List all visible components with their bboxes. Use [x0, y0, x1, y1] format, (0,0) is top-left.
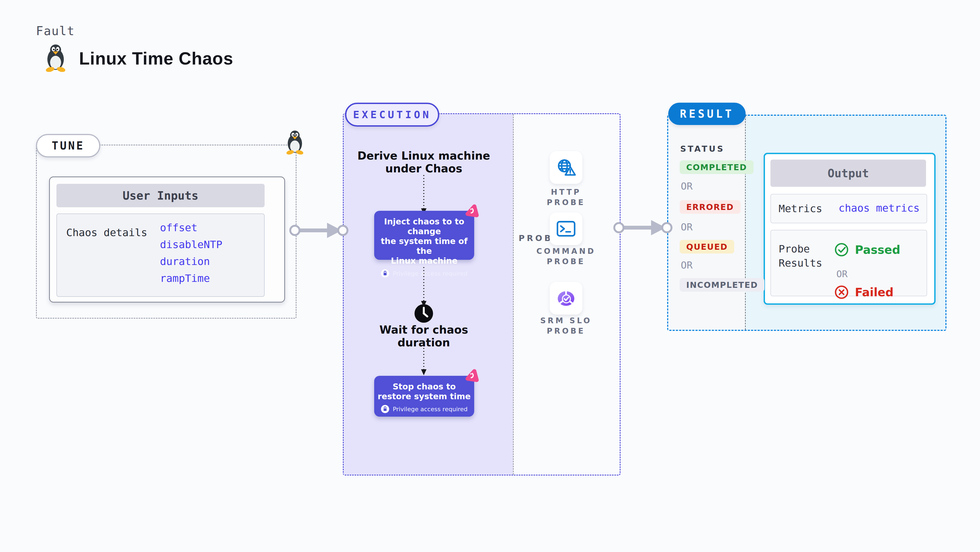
- tux-penguin-icon-small: [284, 130, 306, 155]
- privilege-note: Privilege access required: [393, 270, 468, 277]
- stop-chaos-label: Stop chaos to restore system time: [374, 382, 474, 401]
- flow-arrow-1: [419, 174, 428, 215]
- passed-label: Passed: [855, 243, 900, 257]
- metrics-value[interactable]: chaos metrics: [838, 202, 920, 214]
- param-disablentp[interactable]: disableNTP: [160, 239, 223, 251]
- flow-arrow-3: [419, 347, 428, 376]
- diagram-canvas: Fault Linux Time Chaos TUNE User Inputs …: [0, 0, 980, 552]
- status-heading: STATUS: [680, 144, 725, 154]
- output-header: Output: [770, 160, 926, 187]
- terminal-icon: [556, 220, 576, 237]
- or-separator: OR: [836, 268, 848, 279]
- tune-badge-label: TUNE: [52, 140, 84, 152]
- status-badge-queued[interactable]: QUEUED: [680, 240, 734, 254]
- user-inputs-header: User Inputs: [56, 184, 265, 207]
- verdict-passed: Passed: [834, 243, 900, 257]
- chaos-fault-icon: [464, 368, 480, 384]
- execution-section: Derive Linux machine under Chaos Inject …: [343, 113, 620, 476]
- lock-icon: [381, 269, 390, 278]
- chaos-details-row: Chaos details offset disableNTP duration…: [56, 214, 265, 297]
- failed-label: Failed: [855, 286, 894, 299]
- fault-kicker: Fault: [36, 24, 75, 38]
- privilege-row: Privilege access required: [374, 404, 474, 413]
- param-duration[interactable]: duration: [160, 255, 210, 267]
- stop-chaos-node[interactable]: Stop chaos to restore system time Privil…: [374, 376, 474, 417]
- metrics-row: Metrics chaos metrics: [770, 194, 927, 223]
- srm-slo-probe-label: SRM SLO PROBE: [531, 316, 601, 336]
- globe-warning-icon: [556, 157, 576, 178]
- chaos-details-label: Chaos details: [66, 227, 147, 239]
- passed-check-icon: [834, 243, 849, 257]
- verdict-failed: Failed: [834, 285, 894, 300]
- param-offset[interactable]: offset: [160, 222, 197, 234]
- tux-penguin-icon: [43, 44, 68, 72]
- result-section: STATUS COMPLETED OR ERRORED OR QUEUED OR…: [667, 115, 947, 331]
- inject-chaos-node[interactable]: Inject chaos to to change the system tim…: [374, 211, 474, 260]
- derive-step-label: Derive Linux machine under Chaos: [353, 149, 495, 175]
- or-separator: OR: [681, 260, 692, 271]
- or-separator: OR: [681, 181, 692, 192]
- status-output-divider: [745, 116, 746, 330]
- status-badge-incompleted[interactable]: INCOMPLETED: [680, 278, 764, 292]
- execution-to-result-arrow: [612, 217, 674, 239]
- result-badge[interactable]: RESULT: [668, 103, 746, 125]
- page-title: Linux Time Chaos: [79, 49, 233, 69]
- slo-donut-icon: [555, 287, 577, 309]
- http-probe-label: HTTP PROBE: [531, 187, 601, 208]
- param-ramptime[interactable]: rampTime: [160, 272, 210, 284]
- failed-x-icon: [834, 285, 849, 300]
- output-card: Output Metrics chaos metrics Probe Resul…: [764, 153, 935, 305]
- command-probe-card[interactable]: [550, 213, 582, 245]
- wait-step-label: Wait for chaos duration: [369, 324, 478, 349]
- chaos-fault-icon: [464, 203, 480, 219]
- probe-results-row: Probe Results Passed OR Failed: [770, 230, 927, 296]
- srm-slo-probe-card[interactable]: [550, 282, 582, 314]
- command-probe-label: COMMAND PROBE: [531, 246, 601, 267]
- or-separator: OR: [681, 221, 692, 233]
- metrics-label: Metrics: [779, 201, 822, 216]
- result-badge-label: RESULT: [680, 108, 734, 120]
- lock-icon: [381, 404, 390, 413]
- http-probe-card[interactable]: [550, 151, 582, 184]
- tune-badge[interactable]: TUNE: [36, 134, 100, 157]
- privilege-row: Privilege access required: [374, 269, 474, 278]
- user-inputs-card: User Inputs Chaos details offset disable…: [49, 176, 285, 303]
- execution-badge[interactable]: EXECUTION: [345, 103, 439, 127]
- privilege-note: Privilege access required: [393, 406, 468, 412]
- inject-chaos-label: Inject chaos to to change the system tim…: [374, 217, 474, 266]
- execution-probes-divider: [513, 114, 514, 475]
- status-badge-completed[interactable]: COMPLETED: [680, 160, 754, 174]
- status-badge-errored[interactable]: ERRORED: [680, 200, 740, 214]
- execution-badge-label: EXECUTION: [353, 109, 431, 121]
- probe-results-label: Probe Results: [779, 242, 822, 270]
- tune-to-execution-arrow: [288, 219, 350, 241]
